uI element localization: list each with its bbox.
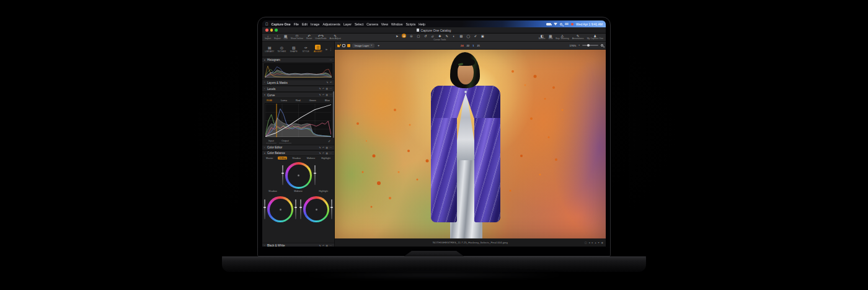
menu-item[interactable]: View [381,22,388,26]
auto-adjust-button[interactable]: ✎ Auto Adjust [330,34,341,40]
disclosure-icon[interactable]: › [264,245,266,247]
zoom-slider[interactable] [582,45,598,46]
midtone-lightness-slider[interactable] [314,165,316,185]
sidebar-scrollbar[interactable] [333,91,334,138]
rotate-tool[interactable]: ↺ [423,34,428,38]
control-center-icon[interactable] [565,23,569,25]
tab-tether[interactable]: ◎ TETHER [277,45,288,53]
menu-item[interactable]: Window [391,22,402,26]
histogram-panel-header[interactable]: ▾ Histogram ⋯ [262,57,334,63]
mask-overlay-icon[interactable] [347,44,350,47]
menu-item[interactable]: Edit [302,22,308,26]
tab-library[interactable]: ▤ LIBRARY [264,45,275,53]
disclosure-icon[interactable]: ▾ [264,94,266,96]
levels-panel-header[interactable]: › Levels ✎ ↶ ▤ ⋯ [262,86,334,92]
shadow-color-wheel[interactable] [267,196,293,222]
record-dot-icon[interactable] [571,23,574,25]
curve-output-field[interactable]: Output [279,139,291,143]
reset-button[interactable]: ↶ Reset [306,34,312,40]
layer-select[interactable]: Image Layer ▾ [352,43,374,48]
highlight-saturation-slider[interactable] [300,199,301,219]
tab-shape[interactable]: ▧ SHAPE [288,45,299,53]
keystone-tool[interactable]: ▱ [430,34,435,38]
viewer-control-icon[interactable]: ◉ [601,241,604,244]
adjustment-panel-header[interactable]: › Black & White ✎ ↶ ▤ ⋯ [262,243,334,247]
color-editor-panel-header[interactable]: › Color Editor ✎ ↶ ▤ ⋯ [262,145,334,150]
select-tool[interactable]: ➤ [395,34,399,38]
menu-item[interactable]: Scripts [405,22,415,26]
highlight-lightness-slider[interactable] [331,199,332,219]
wifi-icon[interactable] [554,22,557,25]
zoom-tool[interactable]: ⊙ [409,34,414,38]
radial-gradient-mask-tool[interactable]: ◯ [466,34,471,38]
chevron-down-icon[interactable]: ▾ [578,44,580,47]
viewer-control-icon[interactable]: ▸ [591,241,593,244]
panel-header-icons[interactable]: ✎ ↶ ▤ ⋯ [319,94,332,96]
midtone-saturation-slider[interactable] [282,165,283,185]
viewer-control-icon[interactable]: ▾ [598,241,599,244]
share-online-button[interactable]: ⚇ Share online [291,34,303,40]
import-button[interactable]: ↓ Import [265,34,271,40]
menu-item[interactable]: Camera [366,22,378,26]
layers-masks-panel-header[interactable]: › Layers & Masks ✎ ↶ [262,79,334,86]
export-button[interactable]: ↑ Export [274,34,280,40]
pan-tool[interactable]: ✛ [402,34,406,38]
curve-picker-icon[interactable]: ✐ [328,140,330,143]
panel-header-icons[interactable]: ✎ ↶ ▤ ⋯ [319,152,332,155]
menu-item[interactable]: Help [418,22,425,26]
compare-icon[interactable] [337,44,340,47]
annotations-button[interactable]: ✎ Annotations [572,34,584,40]
tab-adjust[interactable]: ☰ ADJUST [312,45,324,53]
before-after-button[interactable]: ◧ Before [539,34,546,40]
menu-item[interactable]: Layer [343,22,352,26]
crop-tool[interactable]: ▢ [416,34,420,38]
shadow-saturation-slider[interactable] [264,199,265,219]
panel-header-icons[interactable]: ✎ ↶ ▤ ⋯ [319,147,332,149]
menu-item[interactable]: Adjustments [322,22,340,26]
more-tabs-icon[interactable]: » [325,47,328,51]
draw-mask-tool[interactable]: ✎ [445,34,449,38]
erase-mask-tool[interactable]: ◐ [452,34,456,38]
zoom-lens-icon[interactable] [601,44,603,47]
undo-redo-button[interactable]: ↶↷ Undo/Redo [315,34,326,40]
cull-button[interactable]: ▦ Cull [284,34,288,40]
disclosure-icon[interactable]: ▾ [264,59,266,61]
menu-item[interactable]: Image [311,22,319,26]
midtone-color-wheel[interactable] [285,162,312,189]
curve-graph[interactable] [265,103,332,138]
tab-style[interactable]: ✑ STYLE [301,45,312,53]
tabs-menu-icon[interactable]: ⋮ [329,47,332,51]
apple-menu-icon[interactable]:  [265,22,268,26]
curve-panel-header[interactable]: ▾ Curve ✎ ↶ ▤ ⋯ [262,92,334,98]
menu-clock[interactable]: Wed Apr 1 9:41 AM [576,22,603,26]
disclosure-icon[interactable]: ▾ [264,152,266,155]
my-capture-one-button[interactable]: ♟ My Capture One [587,34,603,40]
mask-visibility-icon[interactable] [342,44,345,47]
panel-header-icons[interactable]: ✎ ↶ [327,81,332,84]
menu-app-name[interactable]: Capture One [272,22,291,26]
viewer-control-icon[interactable]: ◂ [588,241,590,244]
curve-input-field[interactable]: Input [266,139,277,143]
panel-header-icons[interactable]: ✎ ↶ ▤ ⋯ [319,88,332,90]
grid-button[interactable]: ▦ Grid [548,34,552,40]
zoom-level-value[interactable]: 176% [570,44,577,47]
highlight-color-wheel[interactable] [303,196,329,222]
panel-header-icons[interactable]: ✎ ↶ ▤ ⋯ [319,245,332,247]
spot-removal-tool[interactable]: ✚ [438,34,442,38]
color-balance-panel-header[interactable]: ▾ Color Balance ✎ ↶ ▤ ⋯ [262,150,334,156]
panel-header-icons[interactable]: ⋯ [330,59,332,61]
shadow-lightness-slider[interactable] [295,199,296,219]
disclosure-icon[interactable]: › [264,88,266,90]
menu-item[interactable]: File [294,22,299,26]
add-layer-button[interactable]: + [378,43,379,47]
linear-gradient-mask-tool[interactable]: ▨ [459,34,463,38]
heal-tool[interactable]: ✐ [473,34,477,38]
viewer-control-icon[interactable]: ▢ [585,241,587,244]
exposure-warning-button[interactable]: ⚠ Exp. Warning [556,34,569,40]
battery-icon[interactable] [546,23,551,25]
disclosure-icon[interactable]: › [264,81,266,84]
photo-canvas[interactable] [335,50,606,238]
search-icon[interactable] [560,23,562,25]
clone-tool[interactable]: ▣ [480,34,485,38]
menu-item[interactable]: Select [355,22,363,26]
